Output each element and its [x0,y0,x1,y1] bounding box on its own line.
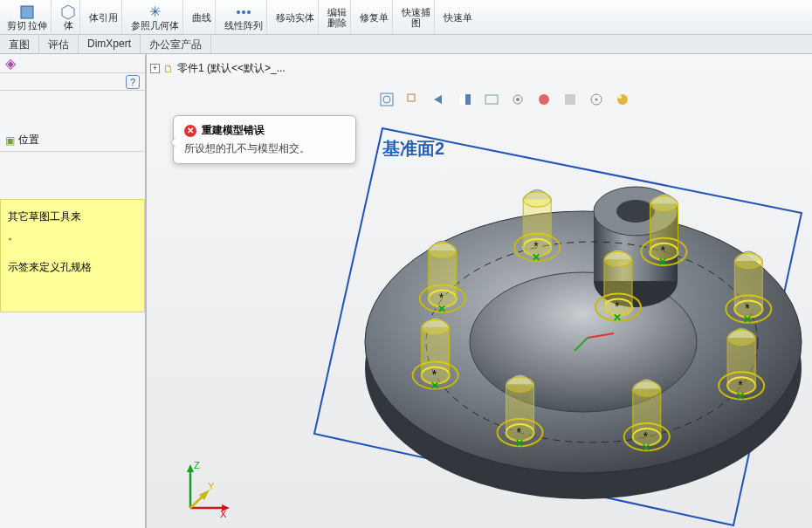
triad-z-label: Z [194,460,200,470]
svg-point-36 [633,381,661,397]
ribbon-group-repair[interactable]: 修复单 [356,0,393,34]
ribbon-label: 体 [64,20,73,31]
help-icon[interactable]: ? [126,75,140,89]
ribbon-group-bodyref[interactable]: 体引用 [86,0,122,34]
tab-sketch[interactable]: 直图 [0,35,39,53]
position-row[interactable]: ▣ 位置 [0,129,145,152]
svg-rect-0 [21,6,33,18]
triad-x-label: X [220,509,227,519]
position-label: 位置 [18,133,39,147]
ribbon: 剪切 拉伸 体 体引用 ✳ 参照几何体 曲线 线性阵列 移动实体 编辑 删除 修… [0,0,812,35]
command-tabs: 直图 评估 DimXpert 办公室产品 [0,35,812,54]
pin-icon[interactable]: ◈ [5,55,16,72]
ribbon-group-movebody[interactable]: 移动实体 [272,0,319,34]
svg-text:✕: ✕ [430,380,439,392]
ribbon-group-body[interactable]: 体 [57,0,80,34]
ribbon-label: 剪切 [7,20,26,31]
tip-line: 其它草图工具来 [8,207,137,226]
hex-icon [60,4,76,20]
hub-bore [616,200,655,223]
ribbon-group-linearpattern[interactable]: 线性阵列 [221,0,267,34]
asterisk-icon: ✳ [148,4,163,20]
tip-line: 示签来定义孔规格 [8,257,137,277]
ribbon-label: 移动实体 [276,12,314,23]
svg-text:✕: ✕ [515,437,524,449]
ribbon-group-refgeom[interactable]: ✳ 参照几何体 [127,0,183,34]
tip-line: 。 [8,226,137,245]
pattern-icon [236,4,251,20]
svg-point-51 [429,243,457,258]
ribbon-group-curves[interactable]: 曲线 [189,0,216,34]
tab-dimxpert[interactable]: DimXpert [79,35,141,53]
panel-help-row: ? [0,73,145,91]
svg-point-31 [727,330,755,346]
svg-point-3 [242,10,245,14]
svg-point-26 [734,253,762,269]
tip-box: 其它草图工具来 。 示签来定义孔规格 [0,199,145,312]
ribbon-group-quicksnap[interactable]: 快速捕 图 [398,0,435,34]
svg-point-61 [604,251,632,267]
svg-text:✕: ✕ [743,313,752,326]
ribbon-label: 体引用 [89,12,118,23]
ribbon-label: 参照几何体 [131,20,179,31]
svg-text:✕: ✕ [642,442,650,454]
svg-point-56 [523,192,551,208]
ribbon-label: 线性阵列 [224,20,263,31]
graphics-viewport[interactable]: + 🗋 零件1 (默认<<默认>_... 基准面2 ✕ 重建模型错误 所设想的 [147,54,812,528]
ribbon-label: 编辑 [327,7,347,17]
ribbon-label: 快速单 [444,12,472,23]
svg-text:✕: ✕ [658,256,667,268]
tab-office[interactable]: 办公室产品 [141,35,211,53]
svg-text:✕: ✕ [437,303,446,315]
svg-point-4 [247,10,251,14]
ribbon-group-edit-delete[interactable]: 编辑 删除 [324,0,351,34]
triad-y-label: Y [208,481,215,491]
position-icon: ▣ [5,134,15,147]
tab-evaluate[interactable]: 评估 [39,35,79,53]
ribbon-label: 删除 [327,17,347,28]
ribbon-label: 拉伸 [28,20,47,31]
svg-point-2 [237,10,240,14]
svg-text:✕: ✕ [532,251,540,264]
svg-marker-1 [62,5,74,19]
cut-icon [19,4,35,20]
property-manager: ◈ ? ▣ 位置 其它草图工具来 。 示签来定义孔规格 [0,54,147,528]
panel-pin-row: ◈ [0,54,145,73]
svg-point-41 [506,377,534,393]
svg-point-46 [422,319,450,335]
ribbon-label: 修复单 [360,12,389,23]
ribbon-group-quick[interactable]: 快速单 [440,0,476,34]
model-canvas: *✕*✕*✕*✕*✕*✕*✕*✕*✕ [147,54,812,528]
ribbon-label: 曲线 [192,12,211,23]
svg-text:✕: ✕ [736,390,745,402]
ribbon-label: 图 [411,17,421,28]
svg-text:✕: ✕ [613,312,622,324]
svg-marker-67 [187,464,194,472]
ribbon-label: 快速捕 [402,7,430,17]
ribbon-group-cut-extrude[interactable]: 剪切 拉伸 [3,0,52,34]
svg-point-21 [650,196,678,212]
orientation-triad[interactable]: Z X Y [173,460,234,523]
